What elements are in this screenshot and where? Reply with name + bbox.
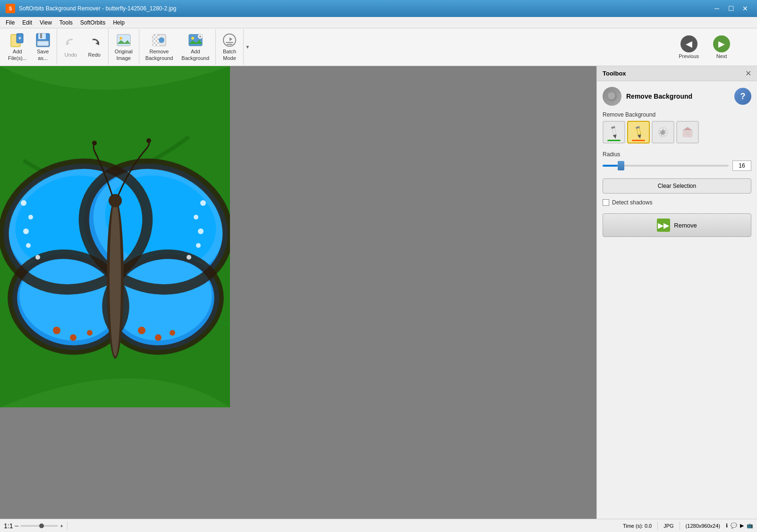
add-files-label: AddFile(s)...	[8, 49, 27, 61]
toolbar-image-group: OriginalImage	[109, 29, 139, 65]
svg-marker-67	[638, 135, 642, 139]
radius-slider[interactable]	[603, 165, 729, 167]
svg-rect-12	[153, 34, 159, 46]
toolbar-expand[interactable]: ▼	[244, 29, 251, 65]
status-sep-2	[657, 522, 658, 530]
social-icon-3[interactable]: 📺	[747, 523, 753, 529]
svg-point-48	[196, 243, 201, 248]
toolbox-close-button[interactable]: ✕	[745, 69, 751, 78]
keep-tool-button[interactable]	[603, 121, 625, 144]
svg-point-49	[187, 255, 191, 260]
svg-point-42	[23, 228, 29, 234]
info-icon[interactable]: ℹ	[726, 523, 728, 529]
rb-header-left: Remove Background	[603, 87, 692, 106]
radius-thumb[interactable]	[618, 161, 624, 170]
help-button[interactable]: ?	[734, 88, 751, 105]
toolbar-batch-group: BatchMode	[216, 29, 244, 65]
toolbox-content: Remove Background ? Remove Background	[597, 81, 757, 243]
remove-button-label: Remove	[674, 222, 697, 229]
main-content: Toolbox ✕ Remove Background ? Remo	[0, 66, 757, 519]
window-title: SoftOrbits Background Remover - butterfl…	[19, 5, 711, 12]
svg-marker-64	[613, 135, 618, 139]
svg-point-54	[155, 334, 162, 341]
zoom-plus[interactable]: +	[60, 523, 63, 529]
undo-label: Undo	[65, 52, 77, 58]
menu-softorbits[interactable]: SoftOrbits	[77, 18, 109, 27]
svg-point-51	[70, 334, 77, 341]
remove-tool-indicator	[632, 140, 645, 141]
menu-tools[interactable]: Tools	[56, 18, 77, 27]
toolbar-bg-group: RemoveBackground + AddBackground	[139, 29, 216, 65]
svg-point-60	[146, 138, 151, 143]
svg-point-59	[92, 141, 97, 145]
svg-point-46	[194, 215, 198, 220]
social-icon-1[interactable]: 💬	[731, 523, 737, 529]
status-sep-1	[67, 522, 68, 530]
toolbar: + AddFile(s)... Saveas...	[0, 28, 757, 66]
remove-button[interactable]: ▶▶ Remove	[603, 213, 751, 237]
undo-button[interactable]: Undo	[59, 34, 83, 60]
batch-mode-button[interactable]: BatchMode	[218, 30, 241, 63]
window-controls: ─ ☐ ✕	[711, 4, 751, 13]
previous-button[interactable]: ◀ Previous	[672, 33, 705, 61]
svg-rect-6	[37, 41, 49, 46]
svg-point-19	[191, 37, 194, 40]
svg-rect-72	[685, 132, 690, 133]
social-icon-2[interactable]: ▶	[740, 523, 744, 529]
zoom-slider[interactable]	[20, 525, 58, 527]
svg-point-43	[26, 243, 31, 248]
radius-row: 16	[603, 160, 751, 171]
save-as-icon	[35, 33, 51, 48]
svg-point-50	[53, 327, 60, 334]
menu-view[interactable]: View	[36, 18, 56, 27]
add-background-button[interactable]: + AddBackground	[177, 30, 213, 63]
next-button[interactable]: ▶ Next	[707, 33, 736, 61]
detect-shadows-checkbox[interactable]	[603, 199, 609, 206]
svg-rect-24	[227, 44, 232, 45]
svg-point-53	[138, 327, 145, 334]
menu-help[interactable]: Help	[109, 18, 128, 27]
menu-file[interactable]: File	[2, 18, 18, 27]
svg-point-45	[200, 200, 206, 206]
nav-section: ◀ Previous ▶ Next	[671, 28, 738, 66]
clear-tool-button[interactable]	[676, 121, 699, 144]
time-label: Time (s): 0.0	[623, 523, 652, 529]
add-files-button[interactable]: + AddFile(s)...	[4, 30, 31, 63]
app-icon: S	[6, 4, 15, 13]
next-icon: ▶	[713, 35, 730, 52]
clear-selection-button[interactable]: Clear Selection	[603, 178, 751, 194]
maximize-button[interactable]: ☐	[725, 4, 737, 13]
remove-tool-button[interactable]	[627, 121, 650, 144]
close-button[interactable]: ✕	[739, 4, 751, 13]
magic-tool-button[interactable]	[652, 121, 674, 144]
toolbox-panel: Toolbox ✕ Remove Background ? Remo	[596, 66, 757, 519]
original-image-button[interactable]: OriginalImage	[111, 30, 137, 63]
svg-point-47	[198, 228, 204, 234]
menu-edit[interactable]: Edit	[18, 18, 36, 27]
svg-point-62	[608, 92, 615, 100]
radius-fill	[603, 165, 618, 167]
minimize-button[interactable]: ─	[711, 4, 723, 13]
toolbox-title: Toolbox	[603, 70, 626, 77]
title-bar: S SoftOrbits Background Remover - butter…	[0, 0, 757, 17]
next-label: Next	[716, 53, 727, 59]
remove-background-button[interactable]: RemoveBackground	[141, 30, 178, 63]
redo-button[interactable]: Redo	[83, 34, 106, 60]
svg-point-57	[110, 201, 121, 356]
svg-text:+: +	[199, 34, 202, 39]
save-as-button[interactable]: Saveas...	[31, 30, 55, 63]
radius-value[interactable]: 16	[732, 160, 751, 171]
rb-section-title: Remove Background	[626, 93, 692, 100]
svg-point-10	[119, 37, 122, 40]
svg-text:+: +	[18, 35, 21, 42]
svg-point-55	[170, 330, 175, 336]
dimensions-label: (1280x960x24)	[686, 523, 720, 529]
zoom-controls: 1:1 ─ +	[4, 522, 63, 530]
remove-bg-label: Remove Background	[603, 111, 751, 118]
batch-mode-label: BatchMode	[223, 49, 236, 61]
svg-point-52	[87, 330, 93, 336]
detect-shadows-label: Detect shadows	[612, 199, 652, 206]
save-as-label: Saveas...	[37, 49, 49, 61]
zoom-minus[interactable]: ─	[15, 523, 18, 529]
canvas-area[interactable]	[0, 66, 596, 519]
